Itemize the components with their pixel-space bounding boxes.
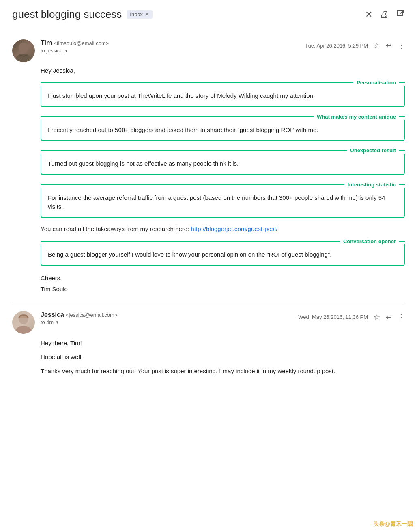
sender-name-1: Tim [41,39,52,46]
header-icons: ✕ 🖨 [365,9,405,20]
section-line-2 [41,116,314,117]
section-line-1 [41,82,353,83]
message2-line3: Thanks very much for reaching out. Your … [41,367,405,376]
reply-icon-2[interactable]: ↩ [386,313,392,322]
svg-point-2 [15,54,32,62]
section-line-5 [41,241,340,242]
message-1-meta: Tim <timsoulo@email.com> to jessica ▼ Tu… [12,39,405,62]
chevron-down-icon-1[interactable]: ▼ [64,48,69,53]
section-dash-2 [399,116,405,117]
star-icon-2[interactable]: ☆ [374,313,380,322]
sender-details-1: Tim <timsoulo@email.com> to jessica ▼ [41,39,109,54]
svg-point-1 [19,43,28,52]
section-personalisation: Personalisation I just stumbled upon you… [41,80,405,107]
message-2-date: Wed, May 26,2016, 11:36 PM [298,314,368,320]
watermark: 头条@青禾一隅 [373,521,413,528]
sender-email-2: <jessica@email.com> [66,312,117,318]
section-line-3 [41,150,347,151]
message-2: Jessica <jessica@email.com> to tim ▼ Wed… [12,303,405,389]
message2-line2: Hope all is well. [41,353,405,362]
section-content-conversation: Being a guest blogger yourself I would l… [48,251,331,258]
section-content-unique-header: What makes my content unique [41,114,405,120]
section-statistic-header: Interesting statistic [41,182,405,188]
message-2-body: Hey there, Tim! Hope all is well. Thanks… [41,339,405,376]
section-label-statistic: Interesting statistic [344,182,399,188]
chevron-down-icon-2[interactable]: ▼ [55,320,59,324]
sender-info-1: Tim <timsoulo@email.com> to jessica ▼ [12,39,109,62]
email-title-area: guest blogging success Inbox ✕ [12,8,153,21]
section-content-unique: What makes my content unique I recently … [41,114,405,141]
section-box-statistic: For instance the average referral traffi… [41,188,405,218]
message-2-meta: Jessica <jessica@email.com> to tim ▼ Wed… [12,311,405,334]
sender-name-row: Tim <timsoulo@email.com> [41,39,109,47]
message-1-body: Hey Jessica, Personalisation I just stum… [41,67,405,294]
sender-email-1: <timsoulo@email.com> [54,40,109,46]
sender-to-1: to jessica ▼ [41,48,109,54]
svg-point-4 [15,326,32,334]
section-personalisation-header: Personalisation [41,80,405,86]
section-box-unique: I recently reached out to 500+ bloggers … [41,120,405,141]
section-dash-3 [399,150,405,151]
to-recipient-1: jessica [47,48,63,54]
message-1-actions: Tue, Apr 26,2016, 5:29 PM ☆ ↩ ⋮ [305,41,405,50]
section-content-unexpected: Turned out guest blogging is not as effe… [48,160,239,167]
section-label-unique: What makes my content unique [314,114,399,120]
more-icon-2[interactable]: ⋮ [398,313,405,322]
print-icon[interactable]: 🖨 [380,9,389,20]
external-link-icon[interactable] [396,9,405,20]
avatar-tim [12,39,35,62]
inbox-close-icon[interactable]: ✕ [145,11,149,17]
to-label-2: to [41,319,45,325]
section-label-conversation: Conversation opener [340,238,399,244]
svg-rect-0 [397,10,403,16]
inbox-badge[interactable]: Inbox ✕ [127,10,153,19]
reply-icon-1[interactable]: ↩ [386,41,392,50]
section-line-4 [41,184,344,185]
sender-name-2: Jessica [41,311,64,318]
section-dash-4 [399,184,405,185]
closing-1: Cheers, Tim Soulo [41,272,405,294]
sender-details-2: Jessica <jessica@email.com> to tim ▼ [41,311,117,325]
email-header: guest blogging success Inbox ✕ ✕ 🖨 [12,8,405,25]
message-1-date: Tue, Apr 26,2016, 5:29 PM [305,43,368,49]
to-label-1: to [41,48,45,54]
section-box-unexpected: Turned out guest blogging is not as effe… [41,154,405,175]
section-conversation: Conversation opener Being a guest blogge… [41,238,405,266]
message2-line1: Hey there, Tim! [41,339,405,348]
close-icon[interactable]: ✕ [365,9,372,20]
inbox-label: Inbox [130,11,143,17]
message-2-actions: Wed, May 26,2016, 11:36 PM ☆ ↩ ⋮ [298,313,405,322]
section-label-unexpected: Unexpected result [347,147,399,154]
star-icon-1[interactable]: ☆ [374,41,380,50]
section-box-personalisation: I just stumbled upon your post at TheWri… [41,86,405,107]
static-text-1: You can read all the takeaways from my r… [41,225,405,234]
section-box-conversation: Being a guest blogger yourself I would l… [41,244,405,266]
sender-to-2: to tim ▼ [41,319,117,325]
avatar-jessica [12,311,35,334]
email-subject: guest blogging success [12,8,122,21]
closing-line2: Tim Soulo [41,283,405,294]
section-dash-1 [399,82,405,83]
research-link[interactable]: http://bloggerjet.com/guest-post/ [191,225,277,232]
sender-name-row-2: Jessica <jessica@email.com> [41,311,117,318]
to-recipient-2: tim [47,319,54,325]
section-content-statistic: For instance the average referral traffi… [48,194,385,210]
closing-line1: Cheers, [41,272,405,283]
sender-info-2: Jessica <jessica@email.com> to tim ▼ [12,311,117,334]
section-dash-5 [399,241,405,242]
section-conversation-header: Conversation opener [41,238,405,244]
greeting-1: Hey Jessica, [41,67,405,74]
more-icon-1[interactable]: ⋮ [398,41,405,50]
message-1: Tim <timsoulo@email.com> to jessica ▼ Tu… [12,33,405,303]
section-unexpected: Unexpected result Turned out guest blogg… [41,147,405,175]
section-statistic: Interesting statistic For instance the a… [41,182,405,218]
static-text-content: You can read all the takeaways from my r… [41,225,189,232]
section-label-personalisation: Personalisation [353,80,399,86]
section-content-personalisation: I just stumbled upon your post at TheWri… [48,92,315,99]
section-content-unique-text: I recently reached out to 500+ bloggers … [48,126,318,133]
section-unexpected-header: Unexpected result [41,147,405,154]
